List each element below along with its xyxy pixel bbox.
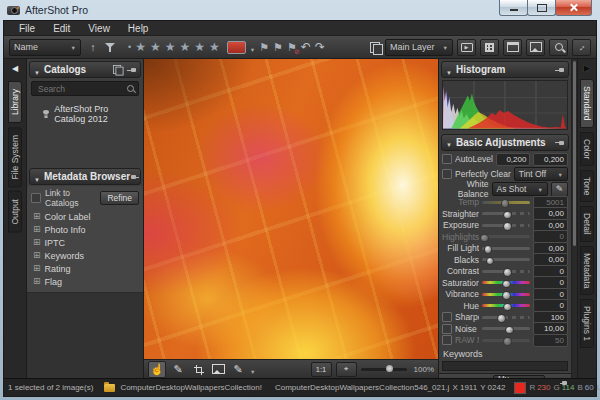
catalog-search[interactable] bbox=[31, 81, 139, 96]
color-label-dropdown[interactable] bbox=[250, 38, 255, 56]
slider-thumb[interactable] bbox=[486, 257, 495, 266]
image-viewer[interactable] bbox=[144, 59, 438, 359]
star-button-3[interactable]: ★ bbox=[165, 41, 176, 53]
autolevel-checkbox[interactable] bbox=[442, 154, 452, 164]
right-panel-scrollbar[interactable] bbox=[571, 59, 577, 378]
maximize-button[interactable] bbox=[527, 0, 556, 16]
metadata-field-iptc[interactable]: ⊞IPTC bbox=[27, 236, 143, 249]
menu-file[interactable]: File bbox=[10, 23, 44, 34]
flag-reject-button[interactable]: ⚑⊘ bbox=[287, 42, 297, 53]
sidebar-tab-library[interactable]: Library bbox=[8, 81, 22, 123]
star-button-4[interactable]: ★ bbox=[179, 41, 190, 53]
refine-button[interactable]: Refine bbox=[100, 191, 139, 205]
folder-path[interactable]: ComputerDesktopWallpapersCollection! bbox=[120, 383, 262, 392]
thumbnail-grid-button[interactable] bbox=[480, 39, 499, 56]
expand-icon[interactable]: ⊞ bbox=[33, 225, 41, 234]
panel-tab-metadata[interactable]: Metadata bbox=[580, 246, 594, 295]
slideshow-button[interactable]: ▶ bbox=[457, 39, 476, 56]
sort-field-select[interactable]: Name bbox=[9, 39, 81, 56]
catalogs-header[interactable]: Catalogs bbox=[29, 61, 141, 78]
raw-noise-checkbox[interactable] bbox=[442, 335, 452, 345]
panel-tab-plugins-1[interactable]: Plugins 1 bbox=[580, 299, 594, 348]
eyedropper-tool-button[interactable]: ✎ bbox=[170, 362, 186, 377]
rotate-left-button[interactable]: ↶ bbox=[301, 41, 311, 53]
noise-ninja-slider[interactable] bbox=[482, 324, 530, 333]
catalog-item[interactable]: AfterShot Pro Catalog 2012 bbox=[27, 98, 143, 128]
perfectly-clear-checkbox[interactable] bbox=[442, 169, 452, 179]
expand-icon[interactable]: ⊞ bbox=[33, 251, 41, 260]
star-button-6[interactable]: ★ bbox=[209, 41, 220, 53]
blacks-slider[interactable] bbox=[482, 255, 530, 264]
basic-adjustments-header[interactable]: Basic Adjustments bbox=[441, 134, 569, 151]
autolevel-low-value[interactable]: 0,200 bbox=[496, 153, 531, 166]
sidebar-tab-file-system[interactable]: File System bbox=[8, 127, 22, 187]
slider-thumb[interactable] bbox=[503, 303, 512, 312]
pin-icon[interactable] bbox=[560, 380, 567, 385]
collapse-section-icon[interactable] bbox=[34, 168, 40, 186]
metadata-field-keywords[interactable]: ⊞Keywords bbox=[27, 249, 143, 262]
title-bar[interactable]: AfterShot Pro bbox=[0, 0, 600, 20]
flag-pick-button[interactable]: ⚑ bbox=[259, 42, 269, 53]
expand-right-panel-button[interactable]: ▶ bbox=[584, 63, 591, 73]
panel-tab-detail[interactable]: Detail bbox=[580, 206, 594, 242]
menu-view[interactable]: View bbox=[79, 23, 119, 34]
hue-slider[interactable] bbox=[482, 301, 530, 310]
metadata-browser-header[interactable]: Metadata Browser bbox=[29, 168, 141, 185]
sharpening-checkbox[interactable] bbox=[442, 312, 452, 322]
redeye-tool-button[interactable] bbox=[210, 362, 226, 377]
color-label-swatch[interactable] bbox=[227, 41, 246, 54]
brush-tool-button[interactable]: ✎ bbox=[230, 362, 246, 377]
zero-rating-dot[interactable]: • bbox=[128, 42, 131, 52]
minimize-button[interactable] bbox=[499, 0, 528, 16]
noise-ninja-checkbox[interactable] bbox=[442, 324, 452, 334]
sidebar-tab-output[interactable]: Output bbox=[8, 191, 22, 233]
flag-label-button[interactable]: ⚑ bbox=[273, 42, 283, 53]
fill-light-slider[interactable] bbox=[482, 244, 530, 253]
histogram-header[interactable]: Histogram bbox=[441, 61, 569, 78]
slider-thumb[interactable] bbox=[497, 314, 506, 323]
star-button-1[interactable]: ★ bbox=[135, 41, 146, 53]
slider-thumb[interactable] bbox=[505, 326, 514, 335]
zoom-slider[interactable] bbox=[361, 368, 407, 371]
search-input[interactable] bbox=[36, 83, 127, 95]
panel-tab-standard[interactable]: Standard bbox=[580, 79, 594, 128]
browse-panel-button[interactable] bbox=[503, 39, 522, 56]
new-catalog-icon[interactable] bbox=[113, 65, 122, 74]
raw-noise-slider[interactable] bbox=[482, 336, 530, 345]
slider-thumb[interactable] bbox=[502, 291, 511, 300]
pan-tool-button[interactable]: ☝ bbox=[148, 361, 166, 378]
collapse-section-icon[interactable] bbox=[446, 133, 452, 151]
filter-button[interactable] bbox=[105, 43, 121, 52]
pin-icon[interactable] bbox=[555, 67, 564, 72]
sort-ascending-button[interactable]: ↑ bbox=[85, 42, 101, 53]
scrollbar-thumb[interactable] bbox=[573, 61, 576, 246]
vibrance-slider[interactable] bbox=[482, 290, 530, 299]
slider-thumb[interactable] bbox=[480, 234, 489, 243]
zoom-slider-thumb[interactable] bbox=[386, 365, 393, 372]
expand-icon[interactable]: ⊞ bbox=[33, 277, 41, 286]
tint-select[interactable]: Tint Off bbox=[514, 167, 568, 181]
star-button-5[interactable]: ★ bbox=[194, 41, 205, 53]
collapse-left-panel-button[interactable]: ◀ bbox=[12, 64, 18, 73]
slider-thumb[interactable] bbox=[501, 199, 510, 208]
contrast-slider[interactable] bbox=[482, 267, 530, 276]
menu-help[interactable]: Help bbox=[119, 23, 158, 34]
tool-options-dropdown[interactable] bbox=[250, 360, 255, 378]
menu-edit[interactable]: Edit bbox=[44, 23, 79, 34]
metadata-field-color-label[interactable]: ⊞Color Label bbox=[27, 210, 143, 223]
slider-thumb[interactable] bbox=[484, 245, 493, 254]
layers-icon[interactable] bbox=[370, 42, 381, 53]
expand-icon[interactable]: ⊞ bbox=[33, 264, 41, 273]
star-button-2[interactable]: ★ bbox=[150, 41, 161, 53]
metadata-field-rating[interactable]: ⊞Rating bbox=[27, 262, 143, 275]
exposure-slider[interactable] bbox=[482, 221, 530, 230]
saturation-slider[interactable] bbox=[482, 278, 530, 287]
actual-size-button[interactable]: 1:1 bbox=[311, 362, 332, 377]
link-to-catalogs-checkbox[interactable] bbox=[31, 193, 41, 203]
expand-icon[interactable]: ⊞ bbox=[33, 238, 41, 247]
metadata-field-flag[interactable]: ⊞Flag bbox=[27, 275, 143, 288]
panel-tab-tone[interactable]: Tone bbox=[580, 170, 594, 202]
layer-select[interactable]: Main Layer bbox=[385, 39, 453, 56]
single-image-button[interactable] bbox=[526, 39, 545, 56]
sharpening-slider[interactable] bbox=[482, 313, 530, 322]
